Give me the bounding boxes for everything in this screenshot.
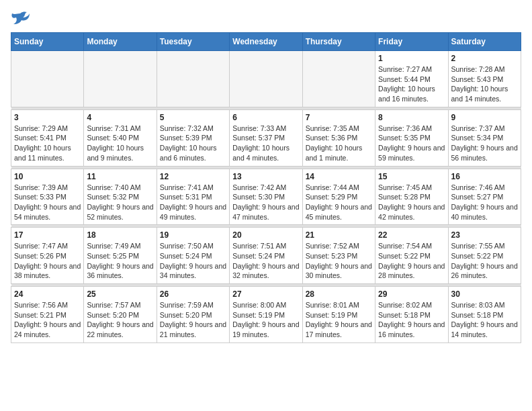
day-number: 23 [451, 230, 518, 240]
calendar-cell [157, 51, 229, 107]
day-number: 2 [451, 54, 518, 63]
calendar-cell: 5Sunrise: 7:32 AM Sunset: 5:39 PM Daylig… [157, 109, 229, 166]
calendar-cell: 29Sunrise: 8:02 AM Sunset: 5:18 PM Dayli… [375, 287, 448, 343]
calendar-header-row: SundayMondayTuesdayWednesdayThursdayFrid… [11, 33, 521, 51]
day-number: 12 [160, 172, 226, 181]
calendar-cell: 21Sunrise: 7:52 AM Sunset: 5:23 PM Dayli… [302, 228, 375, 284]
logo [11, 11, 32, 26]
day-info: Sunrise: 7:47 AM Sunset: 5:26 PM Dayligh… [14, 241, 81, 281]
day-of-week-header: Thursday [302, 33, 375, 51]
day-info: Sunrise: 7:42 AM Sunset: 5:30 PM Dayligh… [232, 183, 299, 222]
calendar-cell: 15Sunrise: 7:45 AM Sunset: 5:28 PM Dayli… [375, 169, 448, 225]
day-info: Sunrise: 7:31 AM Sunset: 5:40 PM Dayligh… [87, 124, 153, 163]
day-info: Sunrise: 7:45 AM Sunset: 5:28 PM Dayligh… [378, 183, 445, 222]
calendar-cell: 7Sunrise: 7:35 AM Sunset: 5:36 PM Daylig… [302, 109, 375, 166]
day-info: Sunrise: 7:49 AM Sunset: 5:25 PM Dayligh… [87, 241, 153, 281]
day-number: 8 [378, 113, 445, 122]
calendar-cell: 2Sunrise: 7:28 AM Sunset: 5:43 PM Daylig… [448, 51, 521, 107]
day-number: 15 [378, 172, 445, 181]
day-info: Sunrise: 7:41 AM Sunset: 5:31 PM Dayligh… [160, 183, 226, 222]
calendar-cell: 24Sunrise: 7:56 AM Sunset: 5:21 PM Dayli… [11, 287, 84, 343]
calendar-cell [11, 51, 84, 107]
day-of-week-header: Monday [84, 33, 157, 51]
day-info: Sunrise: 8:03 AM Sunset: 5:18 PM Dayligh… [451, 300, 518, 340]
calendar-cell: 20Sunrise: 7:51 AM Sunset: 5:24 PM Dayli… [230, 228, 302, 284]
day-number: 11 [87, 172, 153, 181]
day-of-week-header: Sunday [11, 33, 84, 51]
day-number: 28 [306, 289, 372, 299]
calendar-cell: 10Sunrise: 7:39 AM Sunset: 5:33 PM Dayli… [11, 169, 84, 225]
day-info: Sunrise: 7:28 AM Sunset: 5:43 PM Dayligh… [451, 64, 518, 104]
calendar-week-row: 17Sunrise: 7:47 AM Sunset: 5:26 PM Dayli… [11, 228, 521, 284]
day-of-week-header: Friday [375, 33, 448, 51]
day-number: 9 [451, 113, 518, 122]
day-number: 25 [87, 289, 153, 299]
logo-icon [11, 11, 30, 26]
day-number: 16 [451, 172, 518, 181]
calendar-cell: 27Sunrise: 8:00 AM Sunset: 5:19 PM Dayli… [230, 287, 302, 343]
calendar-cell: 26Sunrise: 7:59 AM Sunset: 5:20 PM Dayli… [157, 287, 229, 343]
day-info: Sunrise: 7:36 AM Sunset: 5:35 PM Dayligh… [378, 124, 445, 163]
day-number: 17 [14, 230, 81, 240]
calendar-cell: 22Sunrise: 7:54 AM Sunset: 5:22 PM Dayli… [375, 228, 448, 284]
day-number: 27 [232, 289, 299, 299]
day-info: Sunrise: 7:27 AM Sunset: 5:44 PM Dayligh… [378, 64, 445, 104]
day-number: 20 [232, 230, 299, 240]
day-number: 1 [378, 54, 445, 63]
day-info: Sunrise: 7:56 AM Sunset: 5:21 PM Dayligh… [14, 300, 81, 340]
day-info: Sunrise: 7:51 AM Sunset: 5:24 PM Dayligh… [232, 241, 299, 281]
calendar-cell: 4Sunrise: 7:31 AM Sunset: 5:40 PM Daylig… [84, 109, 157, 166]
calendar-cell: 9Sunrise: 7:37 AM Sunset: 5:34 PM Daylig… [448, 109, 521, 166]
day-info: Sunrise: 8:01 AM Sunset: 5:19 PM Dayligh… [306, 300, 372, 340]
day-info: Sunrise: 8:02 AM Sunset: 5:18 PM Dayligh… [378, 300, 445, 340]
day-info: Sunrise: 7:35 AM Sunset: 5:36 PM Dayligh… [306, 124, 372, 163]
day-info: Sunrise: 7:40 AM Sunset: 5:32 PM Dayligh… [87, 183, 153, 222]
day-info: Sunrise: 7:55 AM Sunset: 5:22 PM Dayligh… [451, 241, 518, 281]
day-number: 10 [14, 172, 81, 181]
day-number: 3 [14, 113, 81, 122]
day-number: 4 [87, 113, 153, 122]
calendar-cell: 6Sunrise: 7:33 AM Sunset: 5:37 PM Daylig… [230, 109, 302, 166]
calendar-cell [84, 51, 157, 107]
day-info: Sunrise: 7:50 AM Sunset: 5:24 PM Dayligh… [160, 241, 226, 281]
day-info: Sunrise: 7:32 AM Sunset: 5:39 PM Dayligh… [160, 124, 226, 163]
calendar-cell: 30Sunrise: 8:03 AM Sunset: 5:18 PM Dayli… [448, 287, 521, 343]
day-info: Sunrise: 7:52 AM Sunset: 5:23 PM Dayligh… [306, 241, 372, 281]
calendar-cell: 14Sunrise: 7:44 AM Sunset: 5:29 PM Dayli… [302, 169, 375, 225]
calendar-cell: 1Sunrise: 7:27 AM Sunset: 5:44 PM Daylig… [375, 51, 448, 107]
calendar: SundayMondayTuesdayWednesdayThursdayFrid… [11, 32, 521, 343]
calendar-cell: 25Sunrise: 7:57 AM Sunset: 5:20 PM Dayli… [84, 287, 157, 343]
calendar-week-row: 10Sunrise: 7:39 AM Sunset: 5:33 PM Dayli… [11, 169, 521, 225]
calendar-cell: 3Sunrise: 7:29 AM Sunset: 5:41 PM Daylig… [11, 109, 84, 166]
day-info: Sunrise: 7:29 AM Sunset: 5:41 PM Dayligh… [14, 124, 81, 163]
calendar-cell [230, 51, 302, 107]
day-info: Sunrise: 8:00 AM Sunset: 5:19 PM Dayligh… [232, 300, 299, 340]
page-header [11, 11, 521, 26]
day-number: 14 [306, 172, 372, 181]
day-info: Sunrise: 7:54 AM Sunset: 5:22 PM Dayligh… [378, 241, 445, 281]
day-info: Sunrise: 7:44 AM Sunset: 5:29 PM Dayligh… [306, 183, 372, 222]
day-number: 24 [14, 289, 81, 299]
day-number: 22 [378, 230, 445, 240]
day-number: 21 [306, 230, 372, 240]
day-number: 30 [451, 289, 518, 299]
day-of-week-header: Saturday [448, 33, 521, 51]
calendar-cell: 19Sunrise: 7:50 AM Sunset: 5:24 PM Dayli… [157, 228, 229, 284]
day-number: 6 [232, 113, 299, 122]
day-info: Sunrise: 7:57 AM Sunset: 5:20 PM Dayligh… [87, 300, 153, 340]
calendar-cell [302, 51, 375, 107]
calendar-week-row: 1Sunrise: 7:27 AM Sunset: 5:44 PM Daylig… [11, 51, 521, 107]
day-number: 7 [306, 113, 372, 122]
day-info: Sunrise: 7:46 AM Sunset: 5:27 PM Dayligh… [451, 183, 518, 222]
day-info: Sunrise: 7:39 AM Sunset: 5:33 PM Dayligh… [14, 183, 81, 222]
day-number: 18 [87, 230, 153, 240]
day-number: 26 [160, 289, 226, 299]
day-info: Sunrise: 7:59 AM Sunset: 5:20 PM Dayligh… [160, 300, 226, 340]
day-of-week-header: Tuesday [157, 33, 229, 51]
calendar-cell: 28Sunrise: 8:01 AM Sunset: 5:19 PM Dayli… [302, 287, 375, 343]
calendar-cell: 23Sunrise: 7:55 AM Sunset: 5:22 PM Dayli… [448, 228, 521, 284]
calendar-cell: 17Sunrise: 7:47 AM Sunset: 5:26 PM Dayli… [11, 228, 84, 284]
calendar-cell: 11Sunrise: 7:40 AM Sunset: 5:32 PM Dayli… [84, 169, 157, 225]
calendar-week-row: 24Sunrise: 7:56 AM Sunset: 5:21 PM Dayli… [11, 287, 521, 343]
calendar-cell: 8Sunrise: 7:36 AM Sunset: 5:35 PM Daylig… [375, 109, 448, 166]
